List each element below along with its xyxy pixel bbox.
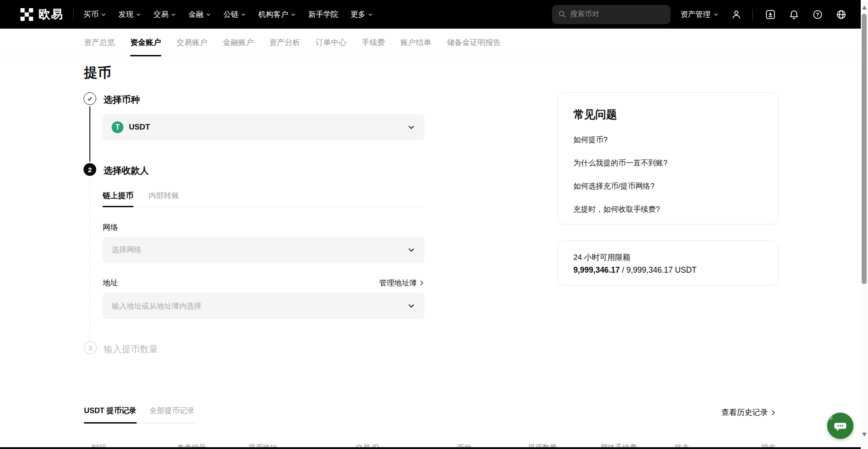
tab-order-center[interactable]: 订单中心 [316, 29, 346, 56]
view-history-link[interactable]: 查看历史记录 [721, 407, 776, 418]
withdraw-page: 欧易 买币 发现 交易 金融 公链 [0, 0, 868, 449]
chevron-down-icon [101, 12, 106, 17]
address-field [103, 293, 424, 319]
faq-item[interactable]: 为什么我提的币一直不到账? [573, 158, 763, 168]
svg-text:?: ? [816, 12, 819, 17]
tab-trading-account[interactable]: 交易账户 [177, 29, 207, 56]
step2-number-circle: 2 [84, 163, 96, 176]
tab-proof-of-reserves[interactable]: 储备金证明报告 [447, 29, 501, 56]
step1-label: 选择币种 [104, 94, 140, 106]
account-tabbar: 资产总览 资金账户 交易账户 金融账户 资产分析 订单中心 手续费 账户结单 储… [0, 29, 861, 56]
nav-item-academy[interactable]: 新手学院 [308, 10, 338, 20]
question-icon: ? [812, 9, 823, 20]
divider [73, 9, 74, 20]
limit-value: 9,999,346.17 / 9,999,346.17 USDT [573, 265, 763, 275]
main-nav: 买币 发现 交易 金融 公链 机构客户 [84, 10, 373, 20]
support-chat-widget[interactable]: # [827, 413, 853, 439]
nav-item-more[interactable]: 更多 [350, 10, 373, 20]
chevron-down-icon [407, 246, 415, 254]
faq-item[interactable]: 如何选择充币/提币网络? [573, 181, 763, 191]
address-input[interactable] [112, 302, 407, 310]
step2-label: 选择收款人 [104, 165, 149, 177]
nav-item-finance[interactable]: 金融 [188, 10, 211, 20]
address-label-row: 地址 管理地址簿 [103, 278, 424, 288]
chevron-down-icon [713, 12, 719, 17]
search-icon [558, 10, 566, 18]
withdraw-method-tabs: 链上提币 内部转账 [103, 190, 424, 207]
coin-select[interactable]: T USDT [103, 114, 424, 140]
tab-onchain-withdraw[interactable]: 链上提币 [103, 190, 133, 207]
notifications-button[interactable] [788, 9, 800, 20]
scrollbar-thumb[interactable] [862, 14, 867, 284]
step3-number-circle: 3 [84, 341, 97, 354]
chevron-right-icon [770, 409, 776, 416]
scrollbar-up-arrow[interactable] [862, 5, 867, 10]
page-scrollbar [861, 0, 868, 449]
nav-item-public-chain[interactable]: 公链 [223, 10, 246, 20]
network-placeholder: 选择网络 [112, 245, 142, 255]
tab-account-statement[interactable]: 账户结单 [400, 29, 431, 56]
brand-name: 欧易 [39, 6, 63, 22]
chevron-down-icon [241, 12, 246, 17]
chevron-down-icon [171, 12, 176, 17]
globe-icon [836, 9, 847, 20]
tab-fees[interactable]: 手续费 [362, 29, 385, 56]
chevron-down-icon [206, 12, 211, 17]
page-title: 提币 [84, 64, 111, 82]
nav-item-institutional[interactable]: 机构客户 [258, 10, 296, 20]
chat-bubble-icon [833, 419, 847, 433]
search-input[interactable]: 搜索币对 [552, 5, 671, 24]
user-icon [731, 9, 742, 20]
address-field-label: 地址 [103, 278, 118, 288]
tab-assets-overview[interactable]: 资产总览 [84, 29, 115, 56]
check-icon [87, 95, 93, 102]
viewport-bottom-edge [0, 447, 861, 449]
tab-usdt-withdraw-records[interactable]: USDT 提币记录 [84, 406, 137, 423]
assets-management-menu[interactable]: 资产管理 [681, 10, 719, 20]
download-app-button[interactable] [764, 9, 776, 20]
nav-item-trade[interactable]: 交易 [153, 10, 176, 20]
tab-finance-account[interactable]: 金融账户 [223, 29, 254, 56]
chat-widget-decoration: # [828, 413, 833, 421]
download-icon [765, 9, 776, 20]
tab-internal-transfer[interactable]: 内部转账 [148, 190, 179, 207]
step1-check-circle [84, 92, 96, 105]
withdraw-records-tabs: USDT 提币记录 全部提币记录 [84, 406, 195, 424]
selected-coin-name: USDT [129, 123, 150, 132]
okx-logo[interactable]: 欧易 [20, 6, 63, 22]
top-navigation-bar: 欧易 买币 发现 交易 金融 公链 [0, 0, 861, 29]
nav-item-discover[interactable]: 发现 [118, 10, 141, 20]
usdt-coin-icon: T [112, 121, 123, 133]
search-placeholder: 搜索币对 [570, 10, 599, 19]
step-connector-dashed [89, 178, 90, 340]
network-field-label: 网络 [103, 222, 118, 233]
withdrawal-limit-card: 24 小时可用限额 9,999,346.17 / 9,999,346.17 US… [557, 240, 779, 286]
tab-funding-account[interactable]: 资金账户 [130, 29, 161, 56]
chevron-down-icon [291, 12, 296, 17]
chevron-down-icon [368, 12, 373, 17]
faq-item[interactable]: 如何提币? [573, 135, 763, 145]
step-connector-solid [89, 106, 90, 162]
divider [752, 9, 753, 20]
chevron-right-icon [419, 280, 424, 286]
bell-icon [789, 9, 799, 20]
limit-label: 24 小时可用限额 [573, 252, 763, 263]
nav-item-buy-crypto[interactable]: 买币 [84, 10, 106, 20]
profile-button[interactable] [730, 9, 742, 20]
network-select[interactable]: 选择网络 [103, 237, 424, 263]
chevron-down-icon [407, 123, 415, 131]
chevron-down-icon [407, 302, 415, 310]
chevron-down-icon [136, 12, 141, 17]
okx-logo-icon [20, 8, 33, 21]
tab-asset-analysis[interactable]: 资产分析 [269, 29, 300, 56]
language-button[interactable] [835, 9, 847, 20]
faq-item[interactable]: 充提时，如何收取手续费? [573, 205, 763, 215]
faq-card: 常见问题 如何提币? 为什么我提的币一直不到账? 如何选择充币/提币网络? 充提… [557, 92, 779, 224]
faq-title: 常见问题 [573, 107, 763, 122]
step3-label: 输入提币数量 [104, 343, 158, 355]
scrollbar-down-arrow[interactable] [862, 433, 867, 437]
manage-address-book-link[interactable]: 管理地址簿 [380, 278, 425, 288]
help-button[interactable]: ? [812, 9, 824, 20]
tab-all-withdraw-records[interactable]: 全部提币记录 [150, 406, 195, 423]
